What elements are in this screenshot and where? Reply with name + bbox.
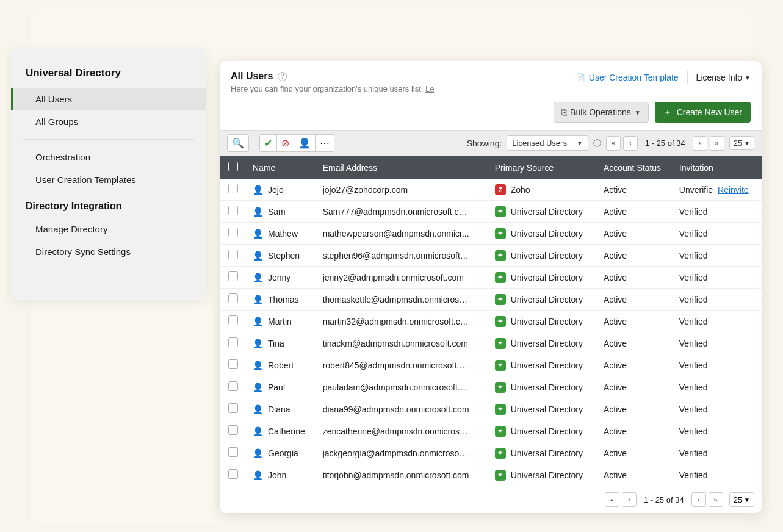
table-row[interactable]: 👤Jojojojo27@zohocorp.comZZohoActiveUnver… — [220, 179, 762, 201]
table-row[interactable]: 👤Mathewmathewpearson@admpmsdn.onmicr...✦… — [220, 223, 762, 245]
row-checkbox[interactable] — [228, 206, 238, 215]
pager-last-button[interactable]: » — [710, 136, 724, 151]
showing-label: Showing: — [467, 138, 502, 148]
sidebar-item-all-users[interactable]: All Users — [11, 88, 206, 110]
primary-source-label: Universal Directory — [511, 207, 583, 217]
pager-prev-button[interactable]: ‹ — [622, 492, 637, 507]
row-checkbox[interactable] — [228, 469, 238, 479]
user-creation-template-link[interactable]: 📄 User Creation Template — [576, 73, 679, 82]
sidebar-item-label: Directory Sync Settings — [35, 246, 131, 257]
user-icon: 👤 — [253, 251, 263, 261]
table-row[interactable]: 👤Georgiajackgeorgia@admpmsdn.onmicrosoft… — [220, 442, 762, 464]
user-name: Georgia — [268, 448, 298, 458]
user-email: jojo27@zohocorp.com — [323, 185, 469, 195]
user-email: Sam777@admpmsdn.onmicrosoft.com — [323, 207, 469, 217]
row-checkbox[interactable] — [228, 337, 238, 347]
account-status: Active — [604, 207, 627, 217]
sidebar-item-all-groups[interactable]: All Groups — [11, 110, 206, 133]
page-title: All Users — [231, 71, 273, 82]
user-icon: 👤 — [253, 426, 263, 436]
pager-next-button[interactable]: › — [693, 136, 707, 151]
col-name[interactable]: Name — [247, 156, 317, 179]
col-email[interactable]: Email Address — [317, 156, 489, 179]
primary-source-label: Universal Directory — [511, 251, 583, 261]
row-checkbox[interactable] — [228, 403, 238, 413]
pager-first-button[interactable]: « — [606, 136, 621, 151]
sidebar-item-user-creation-templates[interactable]: User Creation Templates — [11, 168, 206, 191]
sidebar-title: Universal Directory — [11, 62, 206, 88]
row-checkbox[interactable] — [228, 293, 238, 303]
table-row[interactable]: 👤Stephenstephen96@admpmsdn.onmicrosoft..… — [220, 245, 762, 267]
row-checkbox[interactable] — [228, 228, 238, 237]
sidebar-item-manage-directory[interactable]: Manage Directory — [11, 218, 206, 240]
row-checkbox[interactable] — [228, 381, 238, 391]
universal-directory-icon: ✦ — [495, 294, 506, 305]
info-icon[interactable]: ⓘ — [593, 138, 601, 149]
table-row[interactable]: 👤Robertrobert845@admpmsdn.onmicrosoft.c.… — [220, 354, 762, 376]
universal-directory-icon: ✦ — [495, 404, 506, 415]
universal-directory-icon: ✦ — [495, 360, 506, 371]
table-row[interactable]: 👤Martinmartin32@admpmsdn.onmicrosoft.co.… — [220, 311, 762, 332]
table-row[interactable]: 👤SamSam777@admpmsdn.onmicrosoft.com✦Univ… — [220, 201, 762, 223]
universal-directory-icon: ✦ — [495, 250, 506, 261]
enable-button[interactable]: ✔ — [259, 134, 277, 152]
invitation-status: Verified — [679, 295, 708, 304]
pager-last-button[interactable]: » — [709, 492, 723, 507]
license-info-label: License Info — [696, 73, 743, 82]
table-row[interactable]: 👤Paulpauladam@admpmsdn.onmicrosoft.c...✦… — [220, 376, 762, 398]
row-checkbox[interactable] — [228, 271, 238, 281]
user-email: titorjohn@admpmsdn.onmicrosoft.com — [323, 470, 469, 480]
pager-first-button[interactable]: « — [605, 492, 619, 507]
plus-icon: ＋ — [663, 107, 672, 118]
primary-source-label: Universal Directory — [511, 361, 583, 370]
table-row[interactable]: 👤Dianadiana99@admpmsdn.onmicrosoft.com✦U… — [220, 398, 762, 420]
row-checkbox[interactable] — [228, 250, 238, 259]
disable-button[interactable]: ⊘ — [277, 134, 294, 152]
user-icon: 👤 — [253, 383, 263, 392]
page-size-select[interactable]: 25 ▼ — [729, 136, 754, 150]
pager-next-button[interactable]: › — [691, 492, 706, 507]
invitation-status: Verified — [679, 339, 708, 348]
pager-prev-button[interactable]: ‹ — [623, 136, 638, 151]
search-button[interactable]: 🔍 — [227, 134, 249, 152]
row-checkbox[interactable] — [228, 425, 238, 435]
bulk-icon: ⎘ — [561, 107, 566, 117]
table-toolbar: 🔍 ✔ ⊘ 👤 ⋯ Showing: Licensed Users ▼ ⓘ « … — [220, 130, 762, 156]
col-invitation[interactable]: Invitation — [673, 156, 762, 179]
page-size-select[interactable]: 25 ▼ — [729, 492, 754, 507]
help-icon[interactable]: ? — [278, 72, 287, 81]
zoho-icon: Z — [495, 184, 506, 195]
sidebar-item-directory-sync-settings[interactable]: Directory Sync Settings — [11, 240, 206, 263]
reinvite-link[interactable]: Reinvite — [718, 185, 749, 195]
row-checkbox[interactable] — [228, 315, 238, 325]
table-row[interactable]: 👤Johntitorjohn@admpmsdn.onmicrosoft.com✦… — [220, 464, 762, 486]
user-email: mathewpearson@admpmsdn.onmicr... — [323, 229, 469, 239]
select-all-checkbox[interactable] — [228, 162, 238, 171]
bulk-operations-button[interactable]: ⎘ Bulk Operations ▼ — [554, 102, 649, 123]
more-actions-button[interactable]: ⋯ — [316, 134, 334, 152]
sidebar-item-label: All Users — [35, 94, 72, 104]
chevron-down-icon: ▼ — [744, 140, 750, 146]
license-info-dropdown[interactable]: License Info ▼ — [696, 73, 751, 82]
col-status[interactable]: Account Status — [597, 156, 673, 179]
sidebar-item-orchestration[interactable]: Orchestration — [11, 146, 206, 168]
user-name: Mathew — [268, 229, 298, 239]
remove-user-button[interactable]: 👤 — [294, 134, 316, 152]
create-new-user-button[interactable]: ＋ Create New User — [655, 102, 751, 123]
pager-range: 1 - 25 of 34 — [639, 495, 689, 505]
page-size-value: 25 — [734, 138, 742, 148]
col-source[interactable]: Primary Source — [489, 156, 597, 179]
row-checkbox[interactable] — [228, 359, 238, 369]
filter-select[interactable]: Licensed Users ▼ — [507, 135, 588, 151]
row-checkbox[interactable] — [228, 447, 238, 457]
learn-more-link[interactable]: Le — [425, 84, 434, 93]
table-row[interactable]: 👤Thomasthomaskettle@admpmsdn.onmicroso..… — [220, 289, 762, 311]
table-row[interactable]: 👤Tinatinackm@admpmsdn.onmicrosoft.com✦Un… — [220, 332, 762, 354]
row-checkbox[interactable] — [228, 184, 238, 193]
table-row[interactable]: 👤Jennyjenny2@admpmsdn.onmicrosoft.com✦Un… — [220, 267, 762, 289]
primary-source-label: Universal Directory — [511, 273, 583, 282]
main-panel: All Users ? Here you can find your organ… — [220, 61, 762, 513]
table-row[interactable]: 👤Catherinezencatherine@admpmsdn.onmicros… — [220, 420, 762, 442]
user-email: martin32@admpmsdn.onmicrosoft.co... — [323, 317, 469, 326]
user-name: Tina — [268, 339, 284, 348]
